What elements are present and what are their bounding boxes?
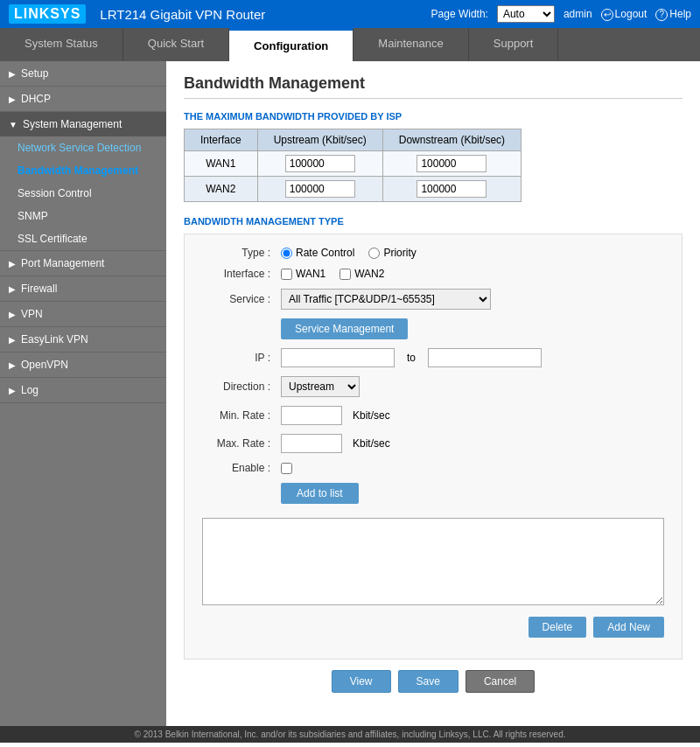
- sidebar-label-log: Log: [21, 384, 38, 396]
- sidebar-header-setup[interactable]: ▶ Setup: [0, 61, 166, 86]
- tab-quick-start[interactable]: Quick Start: [123, 28, 229, 61]
- max-rate-label: Max. Rate :: [202, 437, 281, 450]
- sidebar-item-network-service-detection[interactable]: Network Service Detection: [0, 136, 166, 159]
- sidebar-section-system-management: ▼ System Management Network Service Dete…: [0, 112, 166, 251]
- help-icon: ?: [655, 9, 668, 21]
- logout-link[interactable]: ↩Logout: [601, 8, 648, 21]
- min-rate-row: Min. Rate : Kbit/sec: [202, 406, 664, 425]
- top-bar: LINKSYS LRT214 Gigabit VPN Router Page W…: [0, 0, 700, 28]
- isp-section-heading: THE MAXIMUM BANDWIDTH PROVIDED BY ISP: [184, 111, 682, 122]
- list-textarea[interactable]: [202, 518, 664, 605]
- max-rate-unit: Kbit/sec: [353, 437, 390, 450]
- tab-maintenance[interactable]: Maintenance: [354, 28, 468, 61]
- interface-wan1-label: WAN1: [296, 268, 326, 280]
- save-button[interactable]: Save: [398, 670, 458, 693]
- sidebar-label-easylink-vpn: EasyLink VPN: [21, 333, 88, 346]
- arrow-vpn: ▶: [9, 310, 16, 319]
- sidebar-header-log[interactable]: ▶ Log: [0, 378, 166, 402]
- interface-wan2-checkbox[interactable]: [340, 269, 351, 280]
- sidebar-label-setup: Setup: [21, 67, 48, 80]
- tab-configuration[interactable]: Configuration: [229, 28, 354, 61]
- help-link[interactable]: ?Help: [655, 8, 691, 21]
- direction-select[interactable]: Upstream Downstream: [281, 376, 360, 397]
- sidebar-header-system-management[interactable]: ▼ System Management: [0, 112, 166, 136]
- min-rate-unit: Kbit/sec: [353, 409, 390, 422]
- sidebar-header-dhcp[interactable]: ▶ DHCP: [0, 87, 166, 111]
- arrow-setup: ▶: [9, 69, 16, 79]
- arrow-firewall: ▶: [9, 284, 16, 294]
- min-rate-input[interactable]: [281, 406, 342, 425]
- wan1-downstream-input[interactable]: [416, 155, 486, 172]
- action-btn-row: View Save Cancel: [184, 670, 682, 693]
- type-section-heading: BANDWIDTH MANAGEMENT TYPE: [184, 216, 682, 227]
- arrow-dhcp: ▶: [9, 94, 16, 104]
- enable-row: Enable :: [202, 462, 664, 474]
- wan1-label: WAN1: [185, 151, 258, 177]
- wan2-downstream-cell: [382, 177, 521, 202]
- max-rate-input[interactable]: [281, 434, 342, 453]
- sidebar-header-vpn[interactable]: ▶ VPN: [0, 302, 166, 326]
- pagewidth-select[interactable]: Auto 800px 1024px: [497, 5, 555, 23]
- wan2-upstream-input[interactable]: [285, 180, 355, 198]
- cancel-button[interactable]: Cancel: [466, 670, 535, 693]
- delete-button[interactable]: Delete: [528, 617, 587, 638]
- type-priority-radio[interactable]: [368, 248, 380, 259]
- interface-wan1-checkbox[interactable]: [281, 269, 292, 280]
- sidebar-item-bandwidth-management[interactable]: Bandwidth Management: [0, 159, 166, 182]
- sidebar-header-firewall[interactable]: ▶ Firewall: [0, 276, 166, 301]
- interface-label: Interface :: [202, 268, 281, 280]
- type-row: Type : Rate Control Priority: [202, 247, 664, 259]
- service-select[interactable]: All Traffic [TCP&UDP/1~65535] HTTP [TCP/…: [281, 289, 491, 310]
- enable-checkbox[interactable]: [281, 463, 292, 474]
- max-rate-row: Max. Rate : Kbit/sec: [202, 434, 664, 453]
- arrow-port-management: ▶: [9, 259, 16, 269]
- sidebar-section-port-management: ▶ Port Management: [0, 251, 166, 276]
- type-rate-control[interactable]: Rate Control: [281, 247, 354, 259]
- type-priority[interactable]: Priority: [368, 247, 416, 259]
- sidebar: ▶ Setup ▶ DHCP ▼ System Management Netwo…: [0, 61, 166, 726]
- max-rate-control: Kbit/sec: [281, 434, 390, 453]
- ip-from-input[interactable]: [281, 348, 395, 367]
- ip-row: IP : to: [202, 348, 664, 367]
- service-management-button[interactable]: Service Management: [281, 318, 408, 339]
- sidebar-item-ssl-certificate[interactable]: SSL Certificate: [0, 227, 166, 250]
- interface-checkbox-group: WAN1 WAN2: [281, 268, 384, 280]
- form-section: Type : Rate Control Priority Interface :: [184, 234, 682, 660]
- interface-wan2[interactable]: WAN2: [340, 268, 384, 280]
- type-label: Type :: [202, 247, 281, 259]
- ip-to-input[interactable]: [428, 348, 542, 367]
- type-priority-label: Priority: [383, 247, 416, 259]
- enable-label: Enable :: [202, 462, 281, 474]
- sidebar-label-dhcp: DHCP: [21, 93, 51, 105]
- wan1-upstream-input[interactable]: [285, 155, 355, 172]
- tab-system-status[interactable]: System Status: [0, 28, 123, 61]
- ip-to-text: to: [402, 352, 421, 364]
- view-button[interactable]: View: [332, 670, 391, 693]
- min-rate-label: Min. Rate :: [202, 409, 281, 422]
- tab-support[interactable]: Support: [469, 28, 559, 61]
- sidebar-header-easylink-vpn[interactable]: ▶ EasyLink VPN: [0, 327, 166, 352]
- sidebar-label-firewall: Firewall: [21, 283, 57, 295]
- sidebar-section-easylink-vpn: ▶ EasyLink VPN: [0, 327, 166, 353]
- ip-control: to: [281, 348, 542, 367]
- sidebar-item-session-control[interactable]: Session Control: [0, 182, 166, 205]
- add-new-button[interactable]: Add New: [593, 617, 664, 638]
- type-rate-control-label: Rate Control: [296, 247, 354, 259]
- arrow-easylink-vpn: ▶: [9, 335, 16, 345]
- arrow-system-management: ▼: [9, 120, 18, 129]
- add-to-list-button[interactable]: Add to list: [281, 483, 359, 504]
- device-title: LRT214 Gigabit VPN Router: [100, 7, 265, 22]
- sidebar-item-snmp[interactable]: SNMP: [0, 205, 166, 227]
- col-downstream: Downstream (Kbit/sec): [382, 129, 521, 151]
- sidebar-section-vpn: ▶ VPN: [0, 302, 166, 327]
- type-rate-control-radio[interactable]: [281, 248, 292, 259]
- sidebar-section-dhcp: ▶ DHCP: [0, 87, 166, 112]
- wan2-downstream-input[interactable]: [416, 180, 486, 198]
- pagewidth-label: Page Width:: [431, 8, 488, 20]
- table-row: WAN2: [185, 177, 522, 202]
- sidebar-label-system-management: System Management: [23, 118, 122, 130]
- interface-wan1[interactable]: WAN1: [281, 268, 326, 280]
- sidebar-header-openvpn[interactable]: ▶ OpenVPN: [0, 353, 166, 377]
- wan2-upstream-cell: [257, 177, 382, 202]
- sidebar-header-port-management[interactable]: ▶ Port Management: [0, 251, 166, 276]
